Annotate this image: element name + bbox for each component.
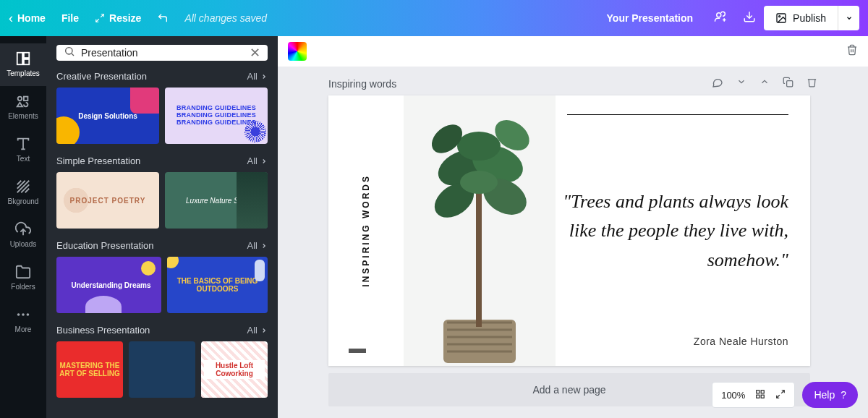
thumb-title: THE BASICS OF BEING OUTDOORS	[170, 277, 265, 293]
nav-uploads[interactable]: Uploads	[0, 214, 46, 257]
resize-button[interactable]: Resize	[95, 12, 141, 24]
thumb-title: BRANDING GUIDELINES BRANDING GUIDELINES …	[168, 105, 265, 127]
svg-line-1	[96, 19, 99, 22]
nav-bkground[interactable]: Bkground	[0, 171, 46, 214]
help-label: Help	[814, 389, 835, 401]
section-header[interactable]: Education PresentationAll	[56, 240, 268, 251]
svg-rect-30	[476, 175, 482, 327]
see-all[interactable]: All	[247, 325, 268, 336]
zoom-value[interactable]: 100%	[721, 390, 745, 401]
quote-text[interactable]: "Trees and plants always look like the p…	[563, 132, 788, 330]
duplicate-icon[interactable]	[783, 77, 793, 90]
publish-label: Publish	[793, 12, 826, 24]
fullscreen-icon[interactable]	[775, 389, 786, 401]
svg-point-22	[17, 313, 20, 316]
thumb-title: Hustle Loft Coworking	[204, 360, 265, 379]
publish-button[interactable]: Publish	[764, 12, 838, 24]
nav-folders[interactable]: Folders	[0, 257, 46, 299]
zoom-control: 100%	[712, 382, 795, 408]
template-thumb[interactable]: Understanding Dreams	[56, 257, 161, 313]
svg-marker-13	[17, 103, 22, 107]
svg-rect-40	[762, 390, 765, 393]
see-all[interactable]: All	[247, 240, 268, 251]
grid-view-icon[interactable]	[755, 389, 765, 401]
svg-point-25	[66, 48, 72, 54]
undo-icon[interactable]	[157, 12, 169, 24]
elements-icon	[15, 93, 31, 109]
section-header[interactable]: Simple PresentationAll	[56, 155, 268, 166]
thumb-title: Luxure Nature Spa	[186, 197, 247, 205]
plant-image[interactable]	[404, 95, 556, 366]
section-header[interactable]: Business PresentationAll	[56, 325, 268, 336]
back-icon[interactable]: ‹	[9, 11, 13, 26]
comments-icon[interactable]	[712, 77, 723, 90]
svg-point-38	[460, 171, 498, 194]
template-thumb[interactable]: THE BASICS OF BEING OUTDOORS	[167, 257, 268, 313]
text-icon	[15, 136, 31, 152]
nav-more[interactable]: More	[0, 299, 46, 342]
template-thumb[interactable]: Luxure Nature Spa	[165, 172, 268, 229]
download-icon[interactable]	[742, 10, 757, 26]
section-title: Creative Presentation	[56, 71, 147, 82]
nav-label: More	[15, 325, 32, 333]
publish-dropdown[interactable]	[838, 6, 859, 30]
delete-page-icon[interactable]	[807, 77, 817, 90]
svg-line-26	[72, 54, 74, 56]
svg-rect-27	[787, 81, 793, 87]
nav-label: Text	[17, 155, 30, 163]
page-up-icon[interactable]	[760, 77, 770, 90]
search-box[interactable]: ✕	[56, 45, 268, 61]
slide[interactable]: INSPIRING WORDS	[328, 95, 810, 366]
color-picker[interactable]	[288, 42, 307, 61]
canvas-area: Inspiring words INSPIRING WORDS	[278, 36, 868, 418]
section-header[interactable]: Creative PresentationAll	[56, 71, 268, 82]
nav-label: Templates	[7, 69, 40, 77]
share-icon[interactable]	[713, 10, 728, 26]
home-button[interactable]: Home	[17, 12, 46, 24]
templates-icon	[15, 51, 31, 67]
nav-templates[interactable]: Templates	[0, 43, 46, 86]
search-icon	[64, 46, 75, 60]
templates-panel: ✕ Creative PresentationAll Design Soluti…	[46, 36, 278, 418]
svg-point-7	[779, 16, 780, 17]
nav-elements[interactable]: Elements	[0, 86, 46, 129]
see-all[interactable]: All	[247, 155, 268, 166]
more-icon	[15, 307, 31, 323]
file-menu[interactable]: File	[61, 12, 79, 24]
svg-rect-42	[757, 395, 760, 398]
template-thumb[interactable]: PROJECT POETRY	[56, 172, 159, 229]
search-input[interactable]	[81, 47, 250, 59]
template-thumb[interactable]: MASTERING THE ART OF SELLING	[56, 341, 123, 398]
thumb-title: Design Solutions	[78, 112, 137, 120]
svg-line-20	[25, 189, 30, 193]
svg-line-19	[21, 184, 29, 192]
template-thumb[interactable]: Design Solutions	[56, 88, 159, 144]
template-thumb[interactable]: Hustle Loft Coworking	[201, 341, 268, 398]
page-controls	[712, 77, 817, 90]
svg-rect-8	[17, 53, 22, 65]
nav-text[interactable]: Text	[0, 129, 46, 171]
page-label[interactable]: Inspiring words	[328, 78, 396, 90]
page-down-icon[interactable]	[736, 77, 746, 90]
document-name[interactable]: Your Presentation	[607, 12, 694, 24]
clear-search-icon[interactable]: ✕	[250, 45, 260, 61]
nav-label: Folders	[11, 283, 35, 291]
quote-author[interactable]: Zora Neale Hurston	[563, 336, 788, 347]
vertical-label[interactable]: INSPIRING WORDS	[361, 174, 371, 287]
quote-column: "Trees and plants always look like the p…	[556, 95, 810, 366]
help-button[interactable]: Help ?	[802, 382, 858, 408]
svg-line-0	[101, 14, 103, 17]
svg-point-23	[22, 313, 25, 316]
section-title: Education Presentation	[56, 240, 153, 251]
bottom-controls: 100% Help ?	[712, 382, 858, 408]
svg-point-35	[457, 132, 501, 161]
nav-label: Elements	[8, 112, 38, 120]
svg-line-43	[782, 390, 785, 393]
publish-group: Publish	[764, 6, 859, 30]
stage[interactable]: Inspiring words INSPIRING WORDS	[278, 67, 868, 418]
see-all[interactable]: All	[247, 71, 268, 82]
template-thumb[interactable]: BRANDING GUIDELINES BRANDING GUIDELINES …	[165, 88, 268, 144]
delete-icon[interactable]	[846, 44, 858, 59]
thumb-title: PROJECT POETRY	[70, 197, 146, 205]
template-thumb[interactable]	[129, 341, 195, 398]
